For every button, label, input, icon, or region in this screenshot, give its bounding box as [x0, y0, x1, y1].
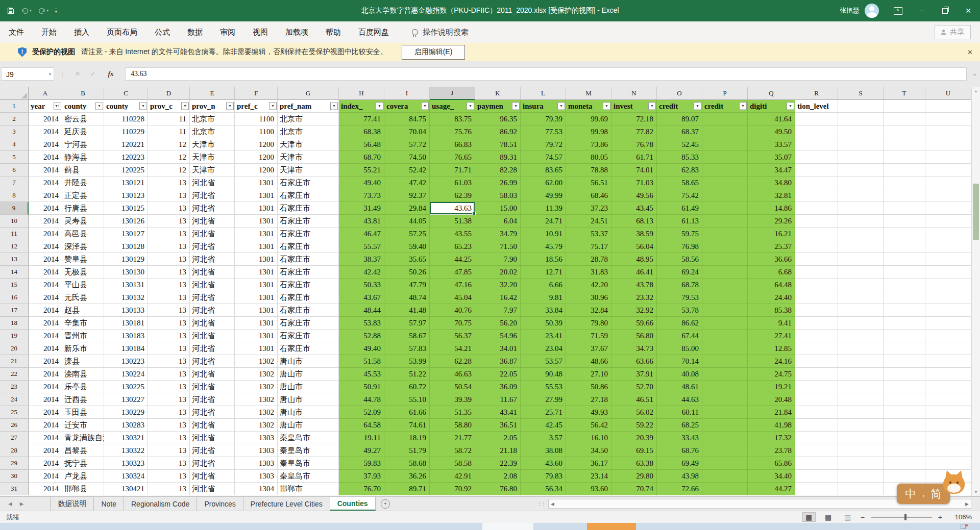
save-icon[interactable]	[7, 7, 14, 14]
cell[interactable]: 89.31	[475, 151, 521, 164]
cell[interactable]: 71.59	[566, 330, 611, 342]
undo-icon[interactable]: ▾	[21, 8, 32, 14]
cell[interactable]: 13	[148, 215, 190, 228]
cell[interactable]: 84.75	[384, 113, 430, 125]
cell[interactable]: 37.67	[566, 342, 611, 355]
cell[interactable]: 130283	[104, 419, 148, 432]
minimize-button[interactable]	[910, 0, 933, 21]
cell[interactable]	[795, 291, 838, 304]
cell[interactable]: 130225	[104, 381, 148, 393]
cell[interactable]	[838, 304, 884, 317]
cell[interactable]: 53.37	[566, 228, 611, 240]
cell[interactable]: 68.70	[339, 151, 384, 164]
cell[interactable]: 62.00	[521, 176, 566, 189]
cell[interactable]: 41.48	[384, 304, 430, 317]
cell[interactable]: 2014	[29, 470, 62, 483]
column-header-R[interactable]: R	[795, 87, 838, 100]
cell[interactable]: 22.39	[475, 457, 521, 470]
cell[interactable]: 61.03	[430, 176, 475, 189]
ribbon-tab-文件[interactable]: 文件	[0, 21, 33, 43]
row-header-2[interactable]: 2	[0, 113, 29, 125]
cell[interactable]: 48.74	[384, 291, 430, 304]
cell[interactable]	[838, 279, 884, 291]
cell[interactable]	[884, 444, 925, 457]
column-header-E[interactable]: E	[190, 87, 235, 100]
cell[interactable]: 89.07	[657, 113, 702, 125]
cell[interactable]: 1301	[235, 317, 278, 330]
row-header-26[interactable]: 26	[0, 419, 29, 432]
cell[interactable]: 76.98	[657, 240, 702, 253]
cell[interactable]	[884, 470, 925, 483]
cell[interactable]: 90.48	[521, 368, 566, 381]
cell[interactable]: 43.60	[521, 457, 566, 470]
cell[interactable]: 16.42	[475, 291, 521, 304]
cell[interactable]: 27.18	[566, 393, 611, 406]
cell[interactable]: 河北省	[190, 330, 235, 342]
cell[interactable]: 石家庄市	[278, 266, 339, 279]
cell[interactable]: 蓟县	[62, 164, 104, 176]
cell[interactable]: 79.39	[521, 113, 566, 125]
cell[interactable]: 天津市	[190, 151, 235, 164]
cell[interactable]: 74.01	[611, 164, 657, 176]
cell[interactable]	[925, 342, 971, 355]
cell[interactable]: 69.49	[657, 457, 702, 470]
cell[interactable]: 72.66	[657, 483, 702, 495]
filter-button[interactable]: ▾	[739, 103, 747, 110]
page-break-view-icon[interactable]: ▥	[841, 512, 854, 522]
cell[interactable]	[795, 253, 838, 266]
cell[interactable]: 石家庄市	[278, 304, 339, 317]
cell[interactable]: 河北省	[190, 419, 235, 432]
cell[interactable]	[884, 113, 925, 125]
cell[interactable]	[884, 368, 925, 381]
cell[interactable]: 2014	[29, 444, 62, 457]
cell[interactable]: 49.27	[339, 444, 384, 457]
cell[interactable]: 2.05	[475, 432, 521, 444]
cell[interactable]: 河北省	[190, 253, 235, 266]
cell[interactable]	[838, 138, 884, 151]
cell[interactable]: 43.67	[339, 291, 384, 304]
cell[interactable]: 120223	[104, 151, 148, 164]
cell[interactable]: 56.42	[566, 419, 611, 432]
cell[interactable]: 59.40	[384, 240, 430, 253]
row-header-15[interactable]: 15	[0, 279, 29, 291]
cell-U1[interactable]	[925, 100, 971, 113]
cell[interactable]	[925, 444, 971, 457]
cell[interactable]: 48.44	[339, 304, 384, 317]
cell[interactable]	[795, 393, 838, 406]
cell[interactable]	[838, 151, 884, 164]
cell[interactable]: 天津市	[278, 164, 339, 176]
cell[interactable]	[795, 113, 838, 125]
cell[interactable]: 邯郸县	[62, 483, 104, 495]
cell[interactable]: 石家庄市	[278, 342, 339, 355]
cell[interactable]: 24.71	[521, 215, 566, 228]
cell[interactable]: 天津市	[190, 164, 235, 176]
cell[interactable]: 密云县	[62, 113, 104, 125]
cell[interactable]: 北京市	[278, 113, 339, 125]
cell[interactable]	[884, 304, 925, 317]
row-header-17[interactable]: 17	[0, 304, 29, 317]
cell[interactable]: 36.51	[475, 419, 521, 432]
cell[interactable]: 77.41	[339, 113, 384, 125]
cell[interactable]: 99.69	[566, 113, 611, 125]
cell[interactable]: 51.79	[384, 444, 430, 457]
sheet-tab-provinces[interactable]: Provinces	[197, 497, 243, 511]
header-cell-D1[interactable]: prov_c▾	[148, 100, 190, 113]
header-cell-L1[interactable]: insura▾	[521, 100, 566, 113]
cell[interactable]: 48.66	[566, 355, 611, 368]
cell[interactable]: 37.23	[566, 202, 611, 215]
cell[interactable]: 53.99	[384, 355, 430, 368]
cell[interactable]: 2014	[29, 342, 62, 355]
cell[interactable]: 58.67	[384, 330, 430, 342]
cell[interactable]: 12.85	[748, 342, 795, 355]
cell[interactable]	[925, 304, 971, 317]
cell[interactable]	[702, 125, 748, 138]
cell[interactable]: 70.74	[611, 483, 657, 495]
cell[interactable]: 130229	[104, 406, 148, 419]
cell[interactable]: 元氏县	[62, 291, 104, 304]
cell[interactable]	[884, 291, 925, 304]
cell[interactable]: 秦皇岛市	[278, 457, 339, 470]
cell[interactable]: 23.78	[748, 444, 795, 457]
cell[interactable]: 18.19	[384, 432, 430, 444]
cell[interactable]	[925, 113, 971, 125]
cell[interactable]: 36.66	[748, 253, 795, 266]
